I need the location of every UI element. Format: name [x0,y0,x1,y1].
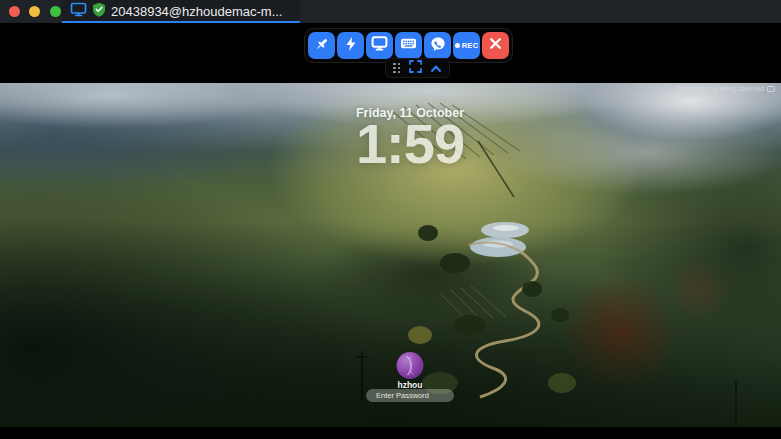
chat-button[interactable] [424,32,451,59]
close-icon [488,36,503,55]
screen-observed-icon [767,86,775,92]
chat-phone-icon [430,36,446,56]
record-button[interactable]: REC [453,32,480,59]
zoom-button[interactable] [50,6,61,17]
collapse-toolbar-button[interactable] [430,59,442,77]
lock-screen-clock: 1:59 [356,116,464,172]
record-label: REC [462,41,479,50]
pin-button[interactable] [308,32,335,59]
session-tab[interactable]: 20438934@hzhoudemac-m... [62,0,300,23]
session-tab-title: 20438934@hzhoudemac-m... [111,4,282,19]
fullscreen-button[interactable] [409,59,422,77]
keyboard-button[interactable] [395,32,422,59]
letterbox-bottom [0,427,781,439]
lightning-icon [343,36,359,56]
display-button[interactable] [366,32,393,59]
display-icon [70,2,87,21]
password-field[interactable] [366,389,454,402]
remote-screen-wallpaper: Your screen is being observed Friday, 11… [0,83,781,427]
pin-icon [314,36,330,56]
keyboard-icon [400,35,417,56]
record-dot-icon [455,43,460,48]
title-bar: 20438934@hzhoudemac-m... [0,0,781,23]
close-session-button[interactable] [482,32,509,59]
quick-actions-button[interactable] [337,32,364,59]
password-input[interactable] [374,389,473,402]
shield-verified-icon [92,2,106,21]
user-avatar[interactable] [397,352,424,379]
minimize-button[interactable] [29,6,40,17]
view-controls [385,58,450,78]
display-icon [371,35,388,56]
remote-desktop-window: 20438934@hzhoudemac-m... [0,0,781,439]
close-button[interactable] [9,6,20,17]
observed-notice: Your screen is being observed [677,85,775,92]
drag-handle-icon[interactable] [393,63,401,74]
